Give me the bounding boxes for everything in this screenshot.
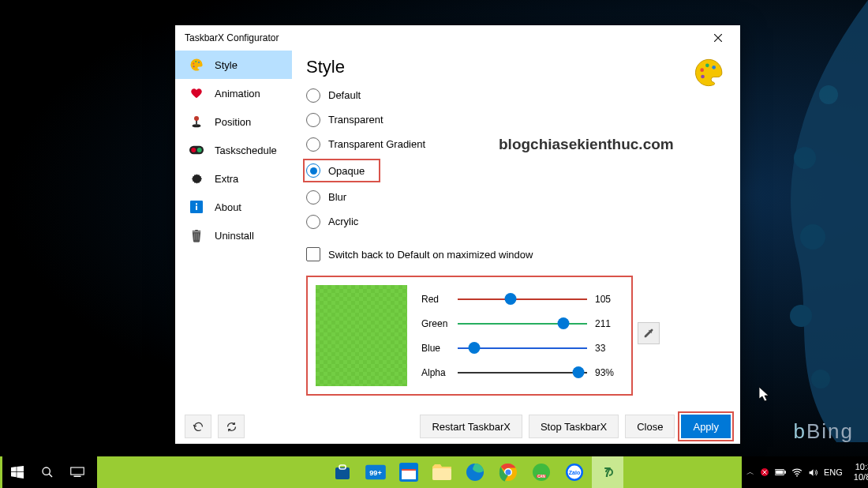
clock-date: 10/8/2020 xyxy=(854,472,868,482)
slider-alpha[interactable]: Alpha 93% xyxy=(421,367,623,378)
svg-point-0 xyxy=(819,85,838,104)
svg-rect-24 xyxy=(74,476,81,478)
sidebar-item-label: Style xyxy=(215,59,238,71)
slider-track[interactable] xyxy=(458,347,587,349)
apply-button[interactable]: Apply xyxy=(681,415,731,438)
sidebar-item-label: About xyxy=(215,201,241,213)
radio-label: Opaque xyxy=(328,165,365,177)
radio-icon xyxy=(306,137,320,152)
radio-transparent[interactable]: Transparent xyxy=(306,110,726,130)
taskbar-app-zalo[interactable]: Zalo xyxy=(559,456,590,488)
taskbar-app-store[interactable] xyxy=(327,456,358,488)
taskbar-app-taskbarx[interactable]: 7 xyxy=(592,456,623,488)
trash-icon xyxy=(189,228,204,242)
taskbar[interactable]: 99+ CAN Zalo 7 ︿ ENG 10:34 PM 10/8/2020 xyxy=(0,456,868,488)
taskbar-app-chrome[interactable] xyxy=(492,456,524,488)
sidebar-item-animation[interactable]: Animation xyxy=(175,79,292,107)
slider-label: Red xyxy=(421,294,450,305)
svg-rect-32 xyxy=(432,468,451,480)
sync-error-icon[interactable] xyxy=(760,467,769,477)
slider-green[interactable]: Green 211 xyxy=(421,318,623,329)
checkbox-switch-back[interactable]: Switch back to Default on maximized wind… xyxy=(306,247,726,261)
svg-rect-23 xyxy=(71,467,84,475)
volume-icon[interactable] xyxy=(808,467,818,478)
svg-point-18 xyxy=(700,68,704,72)
task-view-icon xyxy=(70,467,84,478)
radio-icon xyxy=(306,113,320,127)
svg-point-6 xyxy=(195,61,196,62)
refresh-icon xyxy=(226,421,238,433)
start-button[interactable] xyxy=(2,456,32,488)
sidebar-item-style[interactable]: Style xyxy=(175,51,292,79)
svg-point-37 xyxy=(533,464,550,481)
taskbar-app-mail[interactable]: 99+ xyxy=(360,456,391,488)
checkbox-icon xyxy=(306,247,320,261)
slider-label: Alpha xyxy=(421,367,450,378)
slider-value: 211 xyxy=(595,318,623,329)
svg-point-1 xyxy=(794,147,816,169)
svg-rect-26 xyxy=(339,465,346,469)
svg-point-4 xyxy=(811,370,830,389)
radio-icon xyxy=(306,163,320,178)
radio-icon xyxy=(306,215,320,229)
svg-point-8 xyxy=(193,66,195,67)
close-button[interactable] xyxy=(702,26,734,50)
sidebar-item-extra[interactable]: Extra xyxy=(175,164,292,193)
svg-rect-17 xyxy=(196,203,197,205)
close-button[interactable]: Close xyxy=(625,415,675,438)
restart-taskbarx-button[interactable]: Restart TaskbarX xyxy=(420,415,522,438)
slider-track[interactable] xyxy=(458,372,587,374)
info-icon xyxy=(189,200,204,214)
undo-button[interactable] xyxy=(185,415,211,438)
battery-icon[interactable] xyxy=(775,468,786,476)
svg-rect-31 xyxy=(402,469,416,471)
taskbar-app-coccoc[interactable]: CAN xyxy=(526,456,557,488)
slider-red[interactable]: Red 105 xyxy=(421,294,623,305)
radio-blur[interactable]: Blur xyxy=(306,187,726,207)
svg-point-7 xyxy=(198,62,200,63)
task-view-button[interactable] xyxy=(62,456,92,488)
wifi-icon[interactable] xyxy=(791,467,803,477)
slider-track[interactable] xyxy=(458,323,587,325)
svg-point-22 xyxy=(43,467,50,475)
chevron-up-icon[interactable]: ︿ xyxy=(746,467,754,478)
gear-icon xyxy=(189,171,204,186)
sidebar-item-taskschedule[interactable]: Taskschedule xyxy=(175,136,292,164)
heart-icon xyxy=(189,86,204,100)
page-title: Style xyxy=(306,57,726,77)
svg-point-14 xyxy=(197,148,202,152)
sidebar-item-about[interactable]: About xyxy=(175,193,292,221)
sidebar-item-label: Uninstall xyxy=(215,230,254,242)
sidebar: Style Animation Position Taskschedule xyxy=(175,51,292,409)
clock[interactable]: 10:34 PM 10/8/2020 xyxy=(849,462,868,482)
svg-point-2 xyxy=(800,224,825,250)
slider-track[interactable] xyxy=(458,298,587,300)
eyedropper-button[interactable] xyxy=(638,322,660,344)
refresh-button[interactable] xyxy=(218,415,245,438)
configurator-window: TaskbarX Configurator Style Animation xyxy=(175,25,740,444)
taskbar-app-calendar[interactable] xyxy=(393,456,425,488)
radio-opaque[interactable]: Opaque xyxy=(303,159,380,182)
sidebar-item-uninstall[interactable]: Uninstall xyxy=(175,221,292,250)
window-title: TaskbarX Configurator xyxy=(185,32,279,43)
svg-point-3 xyxy=(790,305,812,327)
radio-acrylic[interactable]: Acrylic xyxy=(306,212,726,231)
switch-icon xyxy=(189,143,204,157)
footer: Restart TaskbarX Stop TaskbarX Close App… xyxy=(175,409,740,444)
slider-value: 33 xyxy=(595,343,623,354)
titlebar[interactable]: TaskbarX Configurator xyxy=(175,25,740,51)
slider-value: 93% xyxy=(595,367,623,378)
language-indicator[interactable]: ENG xyxy=(824,467,843,477)
system-tray[interactable]: ︿ ENG xyxy=(746,467,843,478)
search-button[interactable] xyxy=(32,456,62,488)
sidebar-item-position[interactable]: Position xyxy=(175,107,292,136)
sidebar-item-label: Animation xyxy=(215,88,260,99)
radio-default[interactable]: Default xyxy=(306,85,726,105)
color-swatch xyxy=(316,285,407,386)
taskbar-app-explorer[interactable] xyxy=(426,456,458,488)
slider-blue[interactable]: Blue 33 xyxy=(421,343,623,354)
svg-point-36 xyxy=(506,470,511,475)
stop-taskbarx-button[interactable]: Stop TaskbarX xyxy=(529,415,619,438)
taskbar-app-edge[interactable] xyxy=(459,456,491,488)
checkbox-label: Switch back to Default on maximized wind… xyxy=(328,249,533,261)
